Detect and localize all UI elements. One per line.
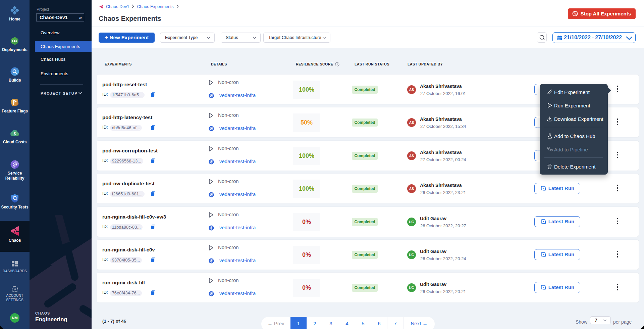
svg-text:$: $ [14, 132, 16, 136]
